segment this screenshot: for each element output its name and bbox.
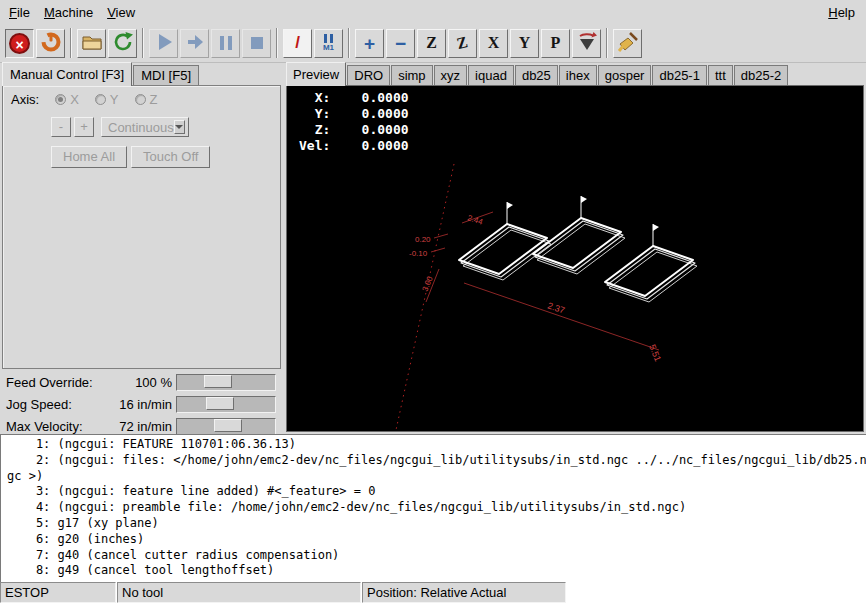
dim-label: 5.51 [647,343,663,363]
jog-mode-value: Continuous [108,120,174,135]
status-machine-state: ESTOP [0,582,116,603]
tab-xyz[interactable]: xyz [434,65,468,85]
view-side-button[interactable]: X [479,29,508,58]
jog-speed-value: 16 in/min [108,397,172,412]
max-velocity-slider[interactable] [176,418,276,435]
zoom-in-button[interactable]: + [355,29,384,58]
toolbar-separator [70,28,72,58]
axis-z-radio[interactable]: Z [135,92,158,107]
toolbar-separator [276,28,278,58]
manual-control-panel: Manual Control [F3] MDI [F5] Axis: X Y Z [0,62,284,434]
pause-button[interactable] [211,29,240,58]
menu-view[interactable]: View [100,3,142,22]
view-top-icon: Z [426,34,437,52]
tab-manual-control[interactable]: Manual Control [F3] [2,62,132,86]
skip-lines-icon: / [295,33,300,53]
feed-override-label: Feed Override: [6,375,106,390]
chevron-down-icon [174,120,185,134]
run-button[interactable] [149,29,178,58]
stop-icon [251,37,263,49]
status-tool: No tool [117,582,361,603]
preview-panel: Preview DRO simp xyz iquad db25 ihex gos… [284,62,866,434]
clear-plot-button[interactable] [613,29,642,58]
jog-plus-button[interactable]: + [74,117,94,137]
estop-icon: × [9,33,30,54]
menu-machine[interactable]: Machine [37,3,100,22]
rotate-view-button[interactable] [572,29,601,58]
open-file-button[interactable] [77,29,106,58]
toolbar-separator [606,28,608,58]
right-tabbar: Preview DRO simp xyz iquad db25 ihex gos… [286,62,789,85]
gcode-listing[interactable]: 1: (ngcgui: FEATURE 110701:06.36.13) 2: … [0,434,866,582]
open-folder-icon [80,30,104,57]
radio-circle [95,94,106,105]
touch-off-button[interactable]: Touch Off [131,146,210,168]
view-perspective-button[interactable]: P [541,29,570,58]
radio-circle [135,94,146,105]
statusbar: ESTOP No tool Position: Relative Actual [0,582,866,603]
dim-label: 2.44 [466,213,484,227]
tab-simp[interactable]: simp [391,65,432,85]
zoom-out-button[interactable]: − [386,29,415,58]
machine-power-icon [40,31,62,56]
step-button[interactable] [180,29,209,58]
reload-button[interactable] [108,29,137,58]
skip-lines-toggle[interactable]: / [283,29,312,58]
max-velocity-row: Max Velocity: 72 in/min [6,416,280,436]
axis-x-radio[interactable]: X [55,92,79,107]
step-icon [184,31,206,56]
dim-label: 0.20 [415,235,431,244]
feed-override-row: Feed Override: 100 % [6,372,280,392]
clear-plot-icon [616,30,640,57]
view-rotated-top-button[interactable]: Z [448,29,477,58]
optional-pause-toggle[interactable]: M1 [314,29,343,58]
tab-db25[interactable]: db25 [515,65,558,85]
view-front-icon: Y [519,34,531,52]
jog-speed-row: Jog Speed: 16 in/min [6,394,280,414]
feed-override-value: 100 % [108,375,172,390]
toolbar-separator [348,28,350,58]
tab-preview[interactable]: Preview [286,62,346,86]
view-perspective-icon: P [551,34,561,52]
jog-mode-dropdown[interactable]: Continuous [101,117,189,137]
tab-mdi[interactable]: MDI [F5] [133,65,199,85]
optional-pause-icon: M1 [323,34,334,52]
preview-canvas[interactable]: 0.20 -0.10 3.00 2.44 2.37 5.51 X: 0.0000… [286,85,864,432]
menu-file[interactable]: File [2,3,37,22]
slider-handle[interactable] [204,375,232,388]
view-front-button[interactable]: Y [510,29,539,58]
jog-speed-slider[interactable] [176,396,276,413]
slider-handle[interactable] [206,397,234,410]
tab-dro[interactable]: DRO [347,65,390,85]
tab-gosper[interactable]: gosper [598,65,652,85]
rotate-view-icon [575,30,599,57]
stop-button[interactable] [242,29,271,58]
max-velocity-value: 72 in/min [108,419,172,434]
axis-label: Axis: [11,92,39,107]
left-tabbar: Manual Control [F3] MDI [F5] [2,62,200,85]
jog-controls: - + Continuous [51,117,189,137]
zoom-in-icon: + [364,34,375,53]
axis-y-label: Y [110,92,119,107]
pause-icon [220,36,232,50]
estop-button[interactable]: × [5,29,34,58]
axis-z-label: Z [150,92,158,107]
dim-label: -0.10 [409,249,428,258]
machine-power-button[interactable] [36,29,65,58]
tab-ihex[interactable]: ihex [559,65,597,85]
home-all-button[interactable]: Home All [51,146,127,168]
tab-db25-1[interactable]: db25-1 [652,65,706,85]
toolbar-separator [142,28,144,58]
jog-minus-button[interactable]: - [51,117,71,137]
slider-handle[interactable] [214,419,242,432]
dim-label: 2.37 [546,300,566,315]
tab-db25-2[interactable]: db25-2 [734,65,788,85]
zoom-out-icon: − [395,34,406,53]
view-top-button[interactable]: Z [417,29,446,58]
feed-override-slider[interactable] [176,374,276,391]
menu-help[interactable]: Help [821,3,862,22]
tab-ttt[interactable]: ttt [708,65,733,85]
tab-iquad[interactable]: iquad [468,65,514,85]
axis-y-radio[interactable]: Y [95,92,119,107]
dro-readout: X: 0.0000 Y: 0.0000 Z: 0.0000 Vel: 0.000… [299,90,409,154]
